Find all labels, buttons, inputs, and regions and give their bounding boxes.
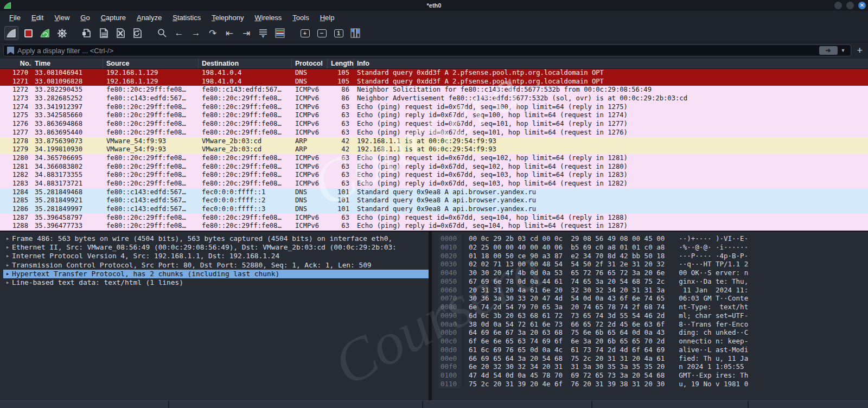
hex-row[interactable]: 00d061 6c 69 76 65 0d 0a 4c 61 73 74 2d …	[438, 346, 868, 354]
close-file-icon[interactable]	[113, 26, 127, 40]
packet-row[interactable]: 128134.366083802fe80::20c:29ff:fe08…fe80…	[0, 163, 868, 171]
packet-cell-protocol: ICMPv6	[292, 214, 328, 222]
zoom-out-icon[interactable]: −	[315, 26, 329, 40]
shark-fin-start-capture-icon[interactable]	[4, 26, 18, 40]
hex-row[interactable]: 002001 18 00 50 ce 90 a3 87 e2 34 70 8d …	[438, 252, 868, 260]
column-header-no[interactable]: No.	[0, 59, 31, 68]
zoom-original-icon[interactable]: 1	[331, 26, 346, 40]
packet-row[interactable]: 128535.281849921fe80::c143:edfd:567…fec0…	[0, 196, 868, 205]
add-filter-button[interactable]: +	[854, 45, 865, 56]
menu-bar: FileEditViewGoCaptureAnalyzeStatisticsTe…	[0, 11, 868, 24]
packet-row[interactable]: 128735.396458797fe80::20c:29ff:fe08…fe80…	[0, 214, 868, 222]
expand-arrow-icon[interactable]: ▸	[3, 243, 12, 252]
go-forward-icon[interactable]: →	[189, 26, 203, 40]
detail-row[interactable]: ▸Ethernet II, Src: VMware_08:56:49 (00:0…	[3, 243, 429, 252]
hex-row[interactable]: 003002 02 71 13 00 00 48 54 54 50 2f 31 …	[438, 260, 868, 269]
expand-arrow-icon[interactable]: ▸	[3, 252, 12, 260]
column-header-info[interactable]: Info	[354, 59, 868, 68]
packet-row[interactable]: 127133.081096828192.168.1.129198.41.0.4D…	[0, 78, 868, 86]
packet-row[interactable]: 127233.282290435fe80::20c:29ff:fe08…fe80…	[0, 86, 868, 94]
hex-row[interactable]: 00906d 6c 3b 20 63 68 61 72 73 65 74 3d …	[438, 311, 868, 320]
menu-item-edit[interactable]: Edit	[27, 12, 48, 23]
packet-row[interactable]: 127934.199810930VMware_54:f9:93VMware_2b…	[0, 145, 868, 154]
restart-capture-icon[interactable]	[38, 26, 52, 40]
menu-item-statistics[interactable]: Statistics	[168, 12, 206, 23]
menu-item-help[interactable]: Help	[315, 12, 340, 23]
hex-row[interactable]: 005067 69 6e 78 0d 0a 44 61 74 65 3a 20 …	[438, 277, 868, 286]
packet-cell-time: 35.281849468	[31, 188, 103, 197]
find-packet-icon[interactable]	[155, 26, 169, 40]
hex-row[interactable]: 00c06f 6e 6e 65 63 74 69 6f 6e 3a 20 6b …	[438, 337, 868, 346]
go-first-packet-icon[interactable]: ⇤	[222, 26, 237, 40]
detail-row[interactable]: ▸Internet Protocol Version 4, Src: 192.1…	[3, 252, 429, 260]
filter-bookmark-icon[interactable]	[7, 47, 14, 55]
column-header-source[interactable]: Source	[103, 59, 199, 68]
menu-item-view[interactable]: View	[49, 12, 74, 23]
menu-item-tools[interactable]: Tools	[288, 12, 314, 23]
packet-row[interactable]: 127733.863695440fe80::20c:29ff:fe08…fe80…	[0, 129, 868, 137]
packet-row[interactable]: 128034.365706695fe80::20c:29ff:fe08…fe80…	[0, 154, 868, 163]
menu-item-wireless[interactable]: Wireless	[250, 12, 287, 23]
menu-item-telephony[interactable]: Telephony	[207, 12, 248, 23]
window-close-button[interactable]: ✕	[858, 2, 866, 9]
hex-row[interactable]: 006020 31 31 20 4a 61 6e 20 32 30 32 34 …	[438, 286, 868, 295]
resize-columns-icon[interactable]	[348, 26, 362, 40]
packet-row[interactable]: 128234.883173355fe80::20c:29ff:fe08…fe80…	[0, 171, 868, 180]
hex-row[interactable]: 00b064 69 6e 67 3a 20 63 68 75 6e 6b 65 …	[438, 328, 868, 337]
expand-arrow-icon[interactable]: ▸	[3, 261, 12, 270]
display-filter-input[interactable]: Apply a display filter ... <Ctrl-/> ➜ ▼	[3, 44, 851, 56]
column-header-length[interactable]: Length	[328, 59, 354, 68]
packet-row[interactable]: 128435.281849468fe80::c143:edfd:567…fec0…	[0, 188, 868, 197]
hex-row[interactable]: 011075 2c 20 31 39 20 4e 6f 76 20 31 39 …	[438, 380, 868, 388]
column-header-destination[interactable]: Destination	[199, 59, 292, 68]
go-last-packet-icon[interactable]: ⇥	[239, 26, 253, 40]
stop-capture-icon[interactable]	[21, 26, 35, 40]
packet-row[interactable]: 128635.281849997fe80::c143:edfd:567…fec0…	[0, 205, 868, 214]
column-header-protocol[interactable]: Protocol	[292, 59, 328, 68]
menu-item-capture[interactable]: Capture	[96, 12, 131, 23]
detail-row-selected[interactable]: ▸Hypertext Transfer Protocol, has 2 chun…	[3, 270, 429, 278]
hex-row[interactable]: 00e066 69 65 64 3a 20 54 68 75 2c 20 31 …	[438, 354, 868, 363]
packet-row[interactable]: 127433.341912397fe80::20c:29ff:fe08…fe80…	[0, 103, 868, 112]
hex-row[interactable]: 001002 25 00 00 40 00 40 06 b5 69 c0 a8 …	[438, 243, 868, 252]
packet-row[interactable]: 127033.081046941192.168.1.129198.41.0.4D…	[0, 69, 868, 78]
go-back-icon[interactable]: ←	[172, 26, 186, 40]
detail-row[interactable]: ▸Frame 486: 563 bytes on wire (4504 bits…	[3, 234, 429, 243]
window-minimize-button[interactable]	[834, 2, 842, 9]
packet-row[interactable]: 127333.282685252fe80::c143:edfd:567…fe80…	[0, 94, 868, 103]
menu-item-go[interactable]: Go	[75, 12, 94, 23]
menu-item-analyze[interactable]: Analyze	[132, 12, 167, 23]
hex-row[interactable]: 010047 4d 54 0d 0a 45 78 70 69 72 65 73 …	[438, 371, 868, 380]
packet-list-header: No.TimeSourceDestinationProtocolLengthIn…	[0, 59, 868, 69]
go-to-packet-icon[interactable]: ↷	[206, 26, 220, 40]
packet-row[interactable]: 128835.396477733fe80::20c:29ff:fe08…fe80…	[0, 222, 868, 231]
reload-file-icon[interactable]	[130, 26, 144, 40]
packet-row[interactable]: 127633.863694868fe80::20c:29ff:fe08…fe80…	[0, 120, 868, 129]
detail-row[interactable]: ▸Line-based text data: text/html (1 line…	[3, 278, 429, 287]
hex-row[interactable]: 00f06e 20 32 30 32 34 20 31 31 3a 30 35 …	[438, 362, 868, 371]
zoom-in-icon[interactable]: +	[298, 26, 312, 40]
filter-dropdown-caret-icon[interactable]: ▼	[838, 48, 849, 53]
packet-cell-length: 86	[328, 86, 354, 94]
hex-row[interactable]: 00806e 74 2d 54 79 70 65 3a 20 74 65 78 …	[438, 303, 868, 311]
hex-row[interactable]: 000000 0c 29 2b 03 cd 00 0c 29 08 56 49 …	[438, 234, 868, 243]
detail-row[interactable]: ▸Transmission Control Protocol, Src Port…	[3, 261, 429, 270]
save-file-icon[interactable]	[97, 26, 111, 40]
packet-row[interactable]: 127833.875639073VMware_54:f9:93VMware_2b…	[0, 137, 868, 146]
expand-arrow-icon[interactable]: ▸	[3, 234, 12, 243]
window-maximize-button[interactable]	[846, 2, 854, 9]
capture-options-gear-icon[interactable]	[55, 26, 69, 40]
apply-filter-arrow-icon[interactable]: ➜	[819, 46, 838, 55]
packet-row[interactable]: 127533.342585660fe80::20c:29ff:fe08…fe80…	[0, 111, 868, 120]
column-header-time[interactable]: Time	[31, 59, 103, 68]
colorize-icon[interactable]	[273, 26, 287, 40]
auto-scroll-icon[interactable]	[256, 26, 270, 40]
hex-row[interactable]: 00a038 0d 0a 54 72 61 6e 73 66 65 72 2d …	[438, 320, 868, 329]
hex-row[interactable]: 007030 36 3a 30 33 20 47 4d 54 0d 0a 43 …	[438, 294, 868, 303]
packet-row[interactable]: 128334.883173721fe80::20c:29ff:fe08…fe80…	[0, 180, 868, 188]
open-file-icon[interactable]	[80, 26, 94, 40]
expand-arrow-icon[interactable]: ▸	[3, 270, 12, 278]
expand-arrow-icon[interactable]: ▸	[3, 278, 12, 287]
menu-item-file[interactable]: File	[4, 12, 25, 23]
hex-row[interactable]: 004030 30 20 4f 4b 0d 0a 53 65 72 76 65 …	[438, 269, 868, 277]
